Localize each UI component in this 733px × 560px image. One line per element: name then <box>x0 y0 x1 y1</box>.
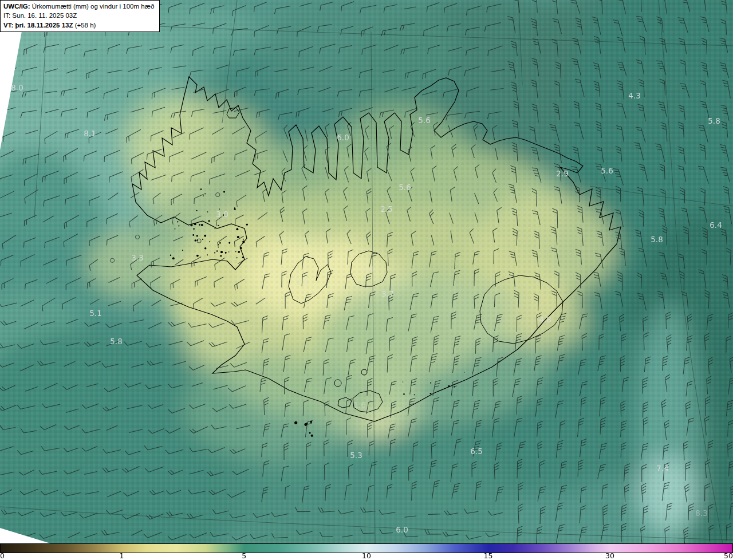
islet-dot <box>234 207 235 208</box>
precip-value-label: 1.8 <box>361 265 373 274</box>
valid-time-line: VT: þri. 18.11.2025 13Z (+58 h) <box>3 21 154 30</box>
islet-dot <box>204 193 206 194</box>
islet-dot <box>243 239 244 240</box>
init-time-line: IT: Sun. 16. 11. 2025 03Z <box>3 11 154 20</box>
islet-dot <box>172 257 175 259</box>
islet-dot <box>209 241 210 242</box>
product-title-line: UWC/IG: Úrkomumætti (mm) og vindur i 100… <box>3 2 154 11</box>
islet-dot <box>192 234 194 236</box>
precip-value-label: 5.1 <box>89 309 101 318</box>
title-box: UWC/IG: Úrkomumætti (mm) og vindur i 100… <box>0 0 160 32</box>
islet-dot <box>228 251 230 253</box>
precip-value-label: 5.8 <box>110 337 122 346</box>
lead-time: (+58 h) <box>73 22 96 29</box>
islet-dot <box>200 188 202 190</box>
islet-dot <box>242 257 244 258</box>
islet-dot <box>178 225 179 226</box>
precip-value-label: 4.3 <box>628 91 640 100</box>
islet-dot <box>311 435 313 437</box>
precip-value-label: 8.0 <box>11 83 23 92</box>
islet-dot <box>464 372 464 372</box>
precip-value-label: 2.0 <box>296 278 308 287</box>
precip-value-label: 4.8 <box>539 315 551 324</box>
colorbar-tick-label: 5 <box>242 553 246 559</box>
precip-value-label: 3.3 <box>131 253 143 262</box>
islet-dot <box>207 254 208 255</box>
valid-time: VT: þri. 18.11.2025 13Z <box>3 22 73 29</box>
islet-dot <box>414 394 415 395</box>
precip-value-label: 3.7 <box>381 289 393 298</box>
islet-dot <box>236 228 238 230</box>
islet-dot <box>199 224 200 226</box>
islet-dot <box>403 393 405 395</box>
islet-dot <box>238 251 240 253</box>
precip-value-label: 6.0 <box>396 525 408 534</box>
islet-dot <box>193 228 195 230</box>
precip-value-label: 1.6 <box>353 400 365 409</box>
islet-dot <box>403 381 403 382</box>
islet-dot <box>430 382 431 384</box>
precip-value-label: 7.4 <box>656 464 668 473</box>
islet-dot <box>201 224 203 226</box>
precip-value-label: 6.0 <box>337 133 349 142</box>
islet-dot <box>216 250 218 251</box>
islet-dot <box>218 225 219 226</box>
islet-dot <box>219 242 221 244</box>
islet-dot <box>309 432 311 434</box>
precip-value-label: 2.9 <box>556 169 568 178</box>
islet-dot <box>170 254 171 255</box>
colorbar-tick-label: 0 <box>0 553 5 559</box>
precip-value-label: 3.0 <box>216 210 228 219</box>
islet-dot <box>228 242 230 244</box>
islet-dot <box>223 191 225 192</box>
precip-value-label: 6.5 <box>470 447 482 456</box>
islet-dot <box>240 247 242 249</box>
precipitation-wind-map: 8.08.16.05.65.62.53.03.32.95.64.35.85.86… <box>0 0 733 543</box>
islet-dot <box>225 252 227 254</box>
model-name: UWC/IG: <box>3 3 30 10</box>
islet-dot <box>194 223 196 225</box>
weather-map-stage: 8.08.16.05.65.62.53.03.32.95.64.35.85.86… <box>0 0 733 560</box>
colorbar-tick-label: 10 <box>362 553 371 559</box>
islet-dot <box>246 224 248 226</box>
islet-dot <box>202 239 203 240</box>
islet-dot <box>177 221 178 222</box>
islet-dot <box>242 240 245 243</box>
colorbar-tick-label: 15 <box>484 553 493 559</box>
colorbar: 01510153050 <box>0 543 733 560</box>
precip-value-label: 2.5 <box>380 204 392 214</box>
islet-dot <box>235 251 237 253</box>
precip-value-label: 5.6 <box>399 183 411 192</box>
colorbar-tick-label: 1 <box>119 553 124 559</box>
islet-dot <box>182 250 183 251</box>
islet-dot <box>196 235 198 236</box>
islet-dot <box>214 252 215 253</box>
colorbar-tick-label: 30 <box>605 553 614 559</box>
islet-dot <box>220 251 223 253</box>
islet-dot <box>237 257 238 258</box>
islet-dot <box>207 211 208 212</box>
islet-dot <box>430 393 432 395</box>
islet-dot <box>196 210 198 211</box>
precip-value-label: 5.8 <box>708 116 720 125</box>
islet-dot <box>448 385 450 387</box>
islet-dot <box>204 247 207 250</box>
product-title: Úrkomumætti (mm) og vindur i 100m hæð <box>30 3 155 10</box>
colorbar-tick-labels: 01510153050 <box>0 553 733 560</box>
islet-dot <box>196 255 199 257</box>
precip-value-label: 8.3 <box>695 508 707 518</box>
precip-value-label: 5.6 <box>418 116 430 125</box>
islet-dot <box>215 228 216 229</box>
islet-dot <box>204 235 206 237</box>
islet-dot <box>220 255 222 257</box>
colorbar-tick-label: 50 <box>724 553 733 559</box>
islet-dot <box>203 195 204 196</box>
islet-dot <box>175 228 176 230</box>
islet-dot <box>208 220 210 222</box>
precip-value-label: 5.3 <box>350 451 362 460</box>
islet-dot <box>294 421 297 424</box>
precip-value-label: 5.6 <box>601 166 613 175</box>
islet-dot <box>237 236 239 238</box>
islet-dot <box>195 239 196 241</box>
precip-value-label: 6.4 <box>710 220 722 230</box>
